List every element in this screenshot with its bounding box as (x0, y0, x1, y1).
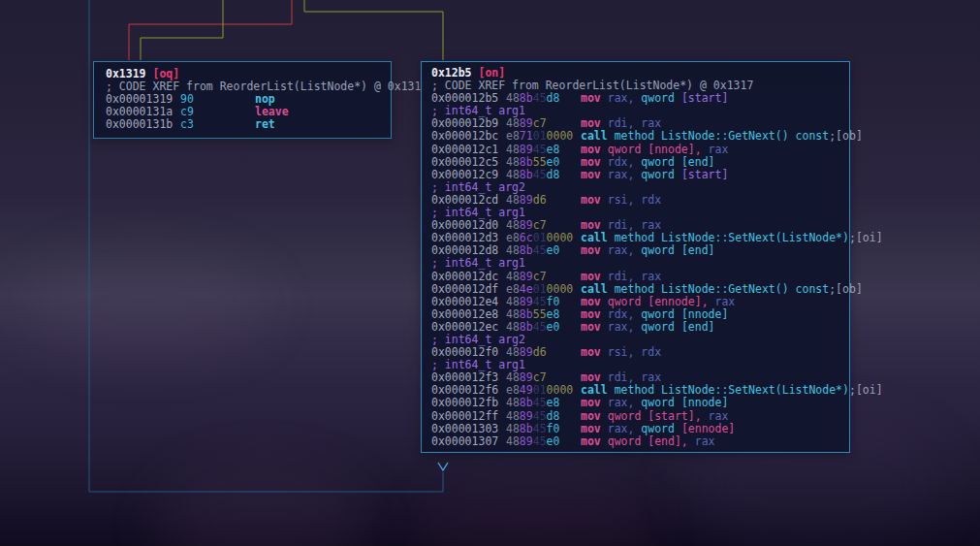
instruction-address: 0x000012ff (431, 410, 506, 423)
byte-pair: 00 (559, 129, 573, 143)
asm-token: rax (709, 409, 729, 423)
byte-pair: 71 (520, 129, 533, 143)
byte-pair: 6c (520, 231, 533, 244)
graph-block-0x12b5[interactable]: 0x12b5 [on]; CODE XREF from ReorderList(… (421, 61, 850, 453)
asm-token: ret (255, 117, 275, 131)
instruction-bytes: 488945e0 (506, 435, 581, 448)
asm-token: rax, (608, 422, 642, 435)
block-tag: [on] (478, 66, 505, 80)
byte-pair: 48 (506, 155, 520, 169)
asm-token: rdi, (608, 116, 642, 130)
comment-text: ; int64_t arg1 (431, 256, 525, 270)
byte-pair: 45 (533, 396, 547, 409)
byte-pair: 89 (520, 409, 533, 423)
asm-token: call (581, 383, 615, 397)
asm-token: mov (581, 155, 608, 169)
byte-pair: 55 (533, 155, 547, 169)
asm-token: mov (581, 295, 608, 308)
comment-text: ; CODE XREF from ReorderList(ListNode*) … (431, 79, 753, 92)
asm-token: qword (641, 243, 681, 257)
byte-pair: e8 (547, 307, 560, 321)
instruction-address: 0x000012c5 (431, 156, 506, 169)
asm-token: mov (581, 370, 608, 384)
asm-token: method ListNode::SetNext(ListNode*) (615, 383, 849, 397)
byte-pair: 89 (520, 434, 533, 448)
asm-token: ;[ob] (829, 129, 863, 143)
asm-token: method ListNode::GetNext() const (615, 129, 830, 143)
graph-edge-olive-right (304, 0, 443, 60)
byte-pair: c7 (533, 218, 547, 232)
byte-pair: 89 (520, 116, 533, 130)
byte-pair: 55 (533, 307, 547, 321)
graph-edge-olive-left (141, 0, 223, 60)
asm-token: mov (581, 116, 608, 130)
disassembly-graph-canvas[interactable]: 0x1319 [oq]; CODE XREF from ReorderList(… (0, 0, 980, 546)
asm-token: rax (641, 370, 661, 384)
byte-pair: e8 (506, 383, 520, 397)
instruction-address: 0x00001303 (431, 423, 506, 435)
byte-pair: 00 (547, 282, 560, 296)
asm-token: qword (641, 396, 681, 409)
background-blur-blob (155, 466, 368, 546)
asm-token: [nnode] (681, 307, 728, 321)
asm-token: [start] (681, 91, 728, 105)
asm-token: [ennode] (681, 422, 735, 435)
byte-pair: c3 (180, 117, 194, 131)
byte-pair: 48 (506, 370, 520, 384)
asm-token: rdi, (608, 218, 642, 232)
asm-token: mov (581, 345, 608, 359)
comment-text: ; CODE XREF from ReorderList(ListNode*) … (106, 80, 427, 93)
asm-token: mov (581, 143, 608, 156)
asm-token: qword (641, 91, 681, 105)
byte-pair: 48 (506, 91, 520, 105)
comment-text: ; int64_t arg1 (431, 206, 525, 219)
byte-pair: e8 (506, 231, 520, 244)
asm-token: rax, (608, 91, 642, 105)
byte-pair: 49 (520, 383, 533, 397)
byte-pair: 00 (547, 231, 560, 244)
asm-token: rsi, (608, 345, 642, 359)
asm-token: rdx, (608, 307, 642, 321)
byte-pair: 48 (506, 168, 520, 181)
asm-token: mov (581, 422, 608, 435)
asm-line-0x00001307[interactable]: 0x00001307488945e0mov qword [end], rax (422, 435, 849, 448)
byte-pair: 48 (506, 409, 520, 423)
byte-pair: e0 (547, 155, 560, 169)
asm-token: rax, (608, 168, 642, 181)
asm-token: method ListNode::GetNext() const (615, 282, 830, 296)
byte-pair: e0 (547, 434, 560, 448)
graph-edge-red (129, 0, 292, 60)
graph-block-0x1319[interactable]: 0x1319 [oq]; CODE XREF from ReorderList(… (93, 61, 392, 139)
asm-token: mov (581, 320, 608, 334)
instruction-address: 0x00001307 (431, 435, 506, 448)
byte-pair: 01 (533, 129, 547, 143)
byte-pair: 01 (533, 231, 547, 244)
byte-pair: 8b (520, 396, 533, 409)
asm-line-0x0000131b[interactable]: 0x0000131bc3ret (94, 118, 391, 131)
byte-pair: 4e (520, 282, 533, 296)
byte-pair: 89 (520, 143, 533, 156)
asm-token: qword [nnode], (608, 143, 709, 156)
byte-pair: e8 (547, 396, 560, 409)
comment-text: ; int64_t arg2 (431, 333, 525, 346)
asm-token: rax, (608, 396, 642, 409)
asm-token: mov (581, 91, 608, 105)
asm-token: rdx (641, 193, 661, 207)
comment-text: ; int64_t arg1 (431, 358, 525, 371)
asm-token: mov (581, 193, 608, 207)
byte-pair: c7 (533, 270, 547, 283)
byte-pair: 89 (520, 295, 533, 308)
asm-token: mov (581, 218, 608, 232)
asm-token: call (581, 231, 615, 244)
byte-pair: d6 (533, 345, 547, 359)
byte-pair: 48 (506, 295, 520, 308)
byte-pair: c7 (533, 116, 547, 130)
instruction-address: 0x000012c1 (431, 144, 506, 156)
asm-token: [start] (681, 168, 728, 181)
background-blur-blob (19, 252, 271, 359)
byte-pair: 8b (520, 168, 533, 181)
byte-pair: 48 (506, 193, 520, 207)
asm-token: rax, (608, 243, 642, 257)
asm-token: qword [start], (608, 409, 709, 423)
byte-pair: e0 (547, 243, 560, 257)
